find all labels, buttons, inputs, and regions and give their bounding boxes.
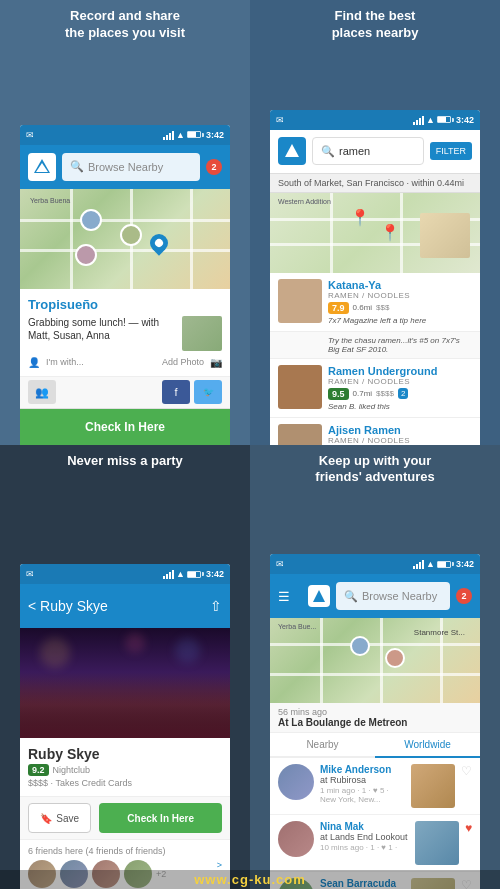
q3-nav: < Ruby Skye ⇧ [20, 584, 230, 628]
q1-status-bar: ✉ ▲ 3:42 [20, 125, 230, 145]
q4-tab-nearby[interactable]: Nearby [270, 733, 375, 756]
q2-status-icons: ▲ 3:42 [413, 115, 474, 125]
facebook-icon[interactable]: f [162, 380, 190, 404]
q1-search-bar[interactable]: 🔍 Browse Nearby [62, 153, 200, 181]
venue-info-2: Ramen Underground RAMEN / NOODLES 9.5 0.… [328, 365, 472, 411]
q4-search-bar[interactable]: 🔍 Browse Nearby [336, 582, 450, 610]
watermark: www.cg-ku.com [0, 870, 500, 889]
venue-item-underground[interactable]: Ramen Underground RAMEN / NOODLES 9.5 0.… [270, 359, 480, 418]
stage-light-3 [125, 633, 145, 653]
q1-with-label: I'm with... [46, 357, 84, 367]
q2-signal [413, 115, 424, 125]
q4-signal [413, 559, 424, 569]
q4-status-bar: ✉ ▲ 3:42 [270, 554, 480, 574]
q3-price: $$$$ · Takes Credit Cards [28, 778, 222, 788]
q1-wifi-icon: ▲ [176, 130, 185, 140]
q3-share-icon[interactable]: ⇧ [210, 598, 222, 614]
activity-item-nina[interactable]: Nina Mak at Lands End Lookout 10 mins ag… [270, 815, 480, 872]
q1-checkin-message: Grabbing some lunch! — with Matt, Susan,… [28, 316, 176, 342]
q4-mail-icon: ✉ [276, 559, 284, 569]
q4-tab-worldwide[interactable]: Worldwide [375, 733, 480, 758]
venue-item-katanaya[interactable]: Katana-Ya RAMEN / NOODLES 7.9 0.6mi $$$ … [270, 273, 480, 332]
q3-back-btn[interactable]: < Ruby Skye [28, 598, 108, 614]
q4-recent-place: At La Boulange de Metreon [278, 717, 407, 728]
q3-rating-row: 9.2 Nightclub [28, 764, 222, 776]
twitter-icon[interactable]: 🐦 [194, 380, 222, 404]
map-road-1 [20, 219, 230, 222]
q1-photo-label: Add Photo [162, 357, 204, 367]
venue-title-1: Katana-Ya [328, 279, 472, 291]
q3-wifi-icon: ▲ [176, 569, 185, 579]
q3-battery [187, 571, 204, 578]
q2-search-bar[interactable]: 🔍 ramen [312, 137, 424, 165]
q3-signal [163, 569, 174, 579]
activity-avatar-nina [278, 821, 314, 857]
q1-label: Record and sharethe places you visit [0, 0, 250, 50]
q3-status-bar: ✉ ▲ 3:42 [20, 564, 230, 584]
q3-mail-icon: ✉ [26, 569, 34, 579]
tip-badge-2: 2 [398, 388, 408, 399]
q2-app-icon [278, 137, 306, 165]
q2-map-detail [420, 213, 470, 258]
venue-cat-1: RAMEN / NOODLES [328, 291, 472, 300]
venue-title-2: Ramen Underground [328, 365, 472, 377]
group-icon[interactable]: 👥 [28, 380, 56, 404]
venue-thumb-1 [278, 279, 322, 323]
q2-phone: ✉ ▲ 3:42 [270, 110, 480, 445]
q1-checkin-card: Tropisueño Grabbing some lunch! — with M… [20, 289, 230, 377]
activity-place-mike: at Rubirosa [320, 775, 405, 785]
q4-status-icons: ▲ 3:42 [413, 559, 474, 569]
activity-user-mike: Mike Anderson [320, 764, 405, 775]
q2-search-icon: 🔍 [321, 145, 335, 158]
activity-content-mike: Mike Anderson at Rubirosa 1 min ago · 1 … [320, 764, 405, 804]
venue-item-ajisen[interactable]: Ajisen Ramen RAMEN / NOODLES 7.6 0.3mi $… [270, 418, 480, 445]
map-avatar-1 [80, 209, 102, 231]
q2-wifi-icon: ▲ [426, 115, 435, 125]
q2-map-label: Western Addition [278, 198, 331, 205]
activity-place-nina: at Lands End Lookout [320, 832, 409, 842]
q4-map-street: Stanmore St... [414, 628, 465, 637]
map-avatar-3 [75, 244, 97, 266]
venue-info-1: Katana-Ya RAMEN / NOODLES 7.9 0.6mi $$$ … [328, 279, 472, 325]
map-avatar-2 [120, 224, 142, 246]
q1-checkin-text: Grabbing some lunch! — with Matt, Susan,… [28, 316, 222, 351]
q1-search-icon: 🔍 [70, 160, 84, 173]
activity-photo-nina [415, 821, 459, 865]
q3-checkin-btn[interactable]: Check In Here [99, 803, 222, 833]
q3-venue-info: Ruby Skye 9.2 Nightclub $$$$ · Takes Cre… [20, 738, 230, 797]
q2-nav: 🔍 ramen FILTER [270, 130, 480, 174]
venue-info-3: Ajisen Ramen RAMEN / NOODLES 7.6 0.3mi $… [328, 424, 472, 445]
map-road-5 [190, 189, 193, 289]
person-icon: 👤 [28, 357, 40, 368]
q4-search-icon: 🔍 [344, 590, 358, 603]
svg-marker-3 [313, 590, 325, 602]
q4-badge: 2 [456, 588, 472, 604]
q4-time: 3:42 [456, 559, 474, 569]
q4-hamburger-icon[interactable]: ☰ [278, 589, 290, 604]
activity-photo-mike [411, 764, 455, 808]
q2-map: Western Addition 📍 📍 [270, 193, 480, 273]
q2-road-3 [330, 193, 333, 273]
q4-recent-time: 56 mins ago [278, 707, 327, 717]
q1-nav: 🔍 Browse Nearby 2 [20, 145, 230, 189]
q3-phone: ✉ ▲ 3:42 < [20, 564, 230, 889]
rating-badge-2: 9.5 [328, 388, 349, 400]
q4-avatar-map-2 [385, 648, 405, 668]
q3-save-btn[interactable]: 🔖 Save [28, 803, 91, 833]
activity-item-mike[interactable]: Mike Anderson at Rubirosa 1 min ago · 1 … [270, 758, 480, 815]
q3-label: Never miss a party [0, 445, 250, 478]
map-road-2 [20, 249, 230, 252]
heart-icon-nina[interactable]: ♥ [465, 821, 472, 835]
activity-content-nina: Nina Mak at Lands End Lookout 10 mins ag… [320, 821, 409, 852]
venue-dist-2: 0.7mi [353, 389, 373, 398]
svg-marker-2 [285, 144, 299, 157]
q4-road-1 [270, 643, 480, 646]
q2-label: Find the bestplaces nearby [250, 0, 500, 50]
q2-filter-btn[interactable]: FILTER [430, 142, 472, 160]
heart-icon-mike[interactable]: ♡ [461, 764, 472, 778]
q1-status-icons: ▲ 3:42 [163, 130, 224, 140]
q2-road-4 [400, 193, 403, 273]
q4-search-placeholder: Browse Nearby [362, 590, 437, 602]
q1-checkin-btn[interactable]: Check In Here [20, 409, 230, 445]
q1-search-text: Browse Nearby [88, 161, 163, 173]
